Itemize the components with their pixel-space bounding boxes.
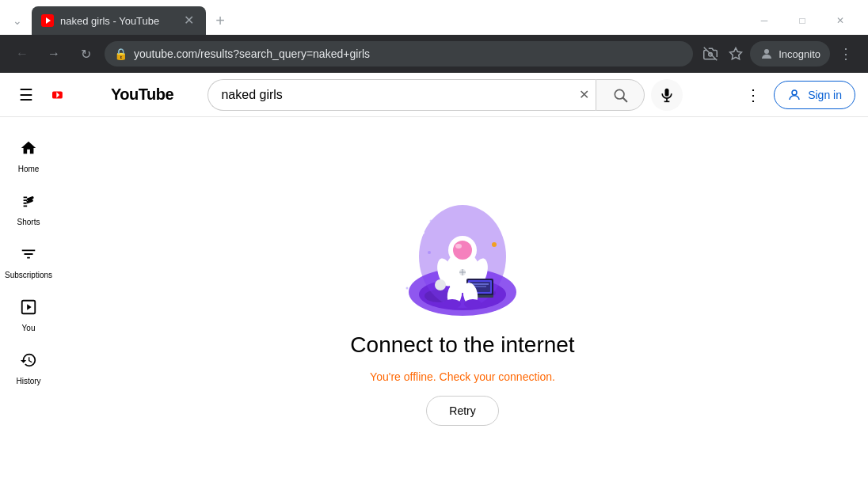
- incognito-profile-button[interactable]: Incognito: [750, 41, 830, 66]
- svg-point-43: [444, 299, 461, 309]
- main-content: Connect to the internet You're offline. …: [57, 117, 868, 501]
- window-controls: ─ □ ✕: [746, 8, 862, 33]
- sign-in-label: Sign in: [808, 89, 842, 101]
- tab-bar: ⌄ naked girls - YouTube ✕ + ─ □ ✕: [0, 0, 868, 35]
- address-text: youtube.com/results?search_query=naked+g…: [134, 47, 683, 60]
- minimize-button[interactable]: ─: [746, 8, 782, 33]
- svg-line-8: [623, 97, 627, 101]
- subscriptions-label: Subscriptions: [5, 271, 52, 279]
- youtube-logo[interactable]: YouTube: [52, 85, 173, 104]
- tab-favicon: [41, 14, 54, 27]
- browser-menu-button[interactable]: ⋮: [833, 41, 858, 66]
- svg-marker-14: [27, 304, 32, 309]
- youtube-logo-text: YouTube: [111, 85, 173, 104]
- home-label: Home: [18, 165, 40, 173]
- history-icon: [20, 351, 37, 374]
- youtube-app: ☰ YouTube ✕: [0, 73, 868, 501]
- svg-point-21: [501, 223, 504, 226]
- svg-point-30: [455, 244, 462, 249]
- svg-point-26: [429, 219, 432, 222]
- svg-point-24: [516, 279, 519, 281]
- reload-button[interactable]: ↻: [73, 41, 98, 66]
- shorts-label: Shorts: [17, 218, 40, 226]
- microphone-icon: [659, 87, 675, 103]
- header-actions: ⋮ Sign in: [739, 79, 855, 111]
- active-tab[interactable]: naked girls - YouTube ✕: [32, 6, 206, 35]
- svg-point-44: [464, 299, 482, 309]
- address-input-wrap[interactable]: 🔒 youtube.com/results?search_query=naked…: [105, 41, 693, 66]
- new-tab-button[interactable]: +: [209, 9, 231, 32]
- tab-close-button[interactable]: ✕: [181, 13, 196, 28]
- you-icon: [20, 298, 37, 321]
- sidebar-item-history[interactable]: History: [0, 342, 57, 392]
- lock-icon: 🔒: [114, 47, 128, 60]
- sidebar-item-you[interactable]: You: [0, 289, 57, 339]
- offline-message: You're offline. Check your connection.: [370, 370, 555, 383]
- offline-container: Connect to the internet You're offline. …: [350, 193, 574, 426]
- address-bar: ← → ↻ 🔒 youtube.com/results?search_query…: [0, 35, 868, 73]
- search-icon: [612, 87, 628, 103]
- svg-marker-3: [730, 48, 742, 59]
- tab-title: naked girls - YouTube: [60, 15, 174, 27]
- shorts-icon: [20, 192, 37, 214]
- maximize-button[interactable]: □: [784, 8, 820, 33]
- youtube-body: Home Shorts Subscriptions You: [0, 117, 868, 501]
- svg-point-4: [764, 49, 769, 54]
- hamburger-menu-button[interactable]: ☰: [13, 79, 40, 111]
- svg-rect-9: [665, 88, 669, 96]
- sidebar-item-shorts[interactable]: Shorts: [0, 183, 57, 233]
- star-icon[interactable]: [725, 43, 747, 65]
- more-options-button[interactable]: ⋮: [739, 79, 767, 111]
- offline-title: Connect to the internet: [350, 332, 574, 358]
- incognito-label: Incognito: [779, 48, 820, 60]
- sidebar-item-subscriptions[interactable]: Subscriptions: [0, 236, 57, 286]
- youtube-header: ☰ YouTube ✕: [0, 73, 868, 117]
- voice-search-button[interactable]: [651, 79, 683, 111]
- svg-point-25: [405, 287, 408, 289]
- svg-point-29: [453, 241, 472, 260]
- sidebar: Home Shorts Subscriptions You: [0, 117, 57, 501]
- svg-point-20: [421, 231, 424, 234]
- you-label: You: [22, 324, 36, 332]
- retry-button[interactable]: Retry: [426, 396, 498, 426]
- search-submit-button[interactable]: [596, 79, 645, 111]
- home-icon: [20, 139, 37, 161]
- forward-button[interactable]: →: [41, 41, 67, 66]
- svg-point-12: [792, 90, 797, 95]
- search-form: ✕: [207, 79, 683, 111]
- svg-point-49: [428, 251, 431, 254]
- tab-group-button[interactable]: ⌄: [6, 9, 29, 32]
- svg-point-33: [435, 279, 446, 290]
- svg-point-48: [492, 242, 497, 247]
- browser-chrome: ⌄ naked girls - YouTube ✕ + ─ □ ✕ ← → ↻ …: [0, 0, 868, 73]
- youtube-logo-icon: [52, 85, 79, 104]
- back-button[interactable]: ←: [10, 41, 35, 66]
- subscriptions-icon: [20, 245, 37, 268]
- close-button[interactable]: ✕: [822, 8, 858, 33]
- search-input[interactable]: [207, 79, 573, 111]
- sign-in-button[interactable]: Sign in: [774, 81, 855, 109]
- address-icons: Incognito ⋮: [699, 41, 858, 66]
- svg-point-22: [512, 255, 515, 257]
- camera-off-icon[interactable]: [699, 43, 721, 65]
- svg-point-23: [409, 263, 412, 265]
- sidebar-item-home[interactable]: Home: [0, 130, 57, 180]
- person-icon: [787, 88, 801, 102]
- history-label: History: [16, 377, 40, 385]
- offline-illustration: [391, 193, 534, 320]
- search-clear-button[interactable]: ✕: [573, 79, 596, 111]
